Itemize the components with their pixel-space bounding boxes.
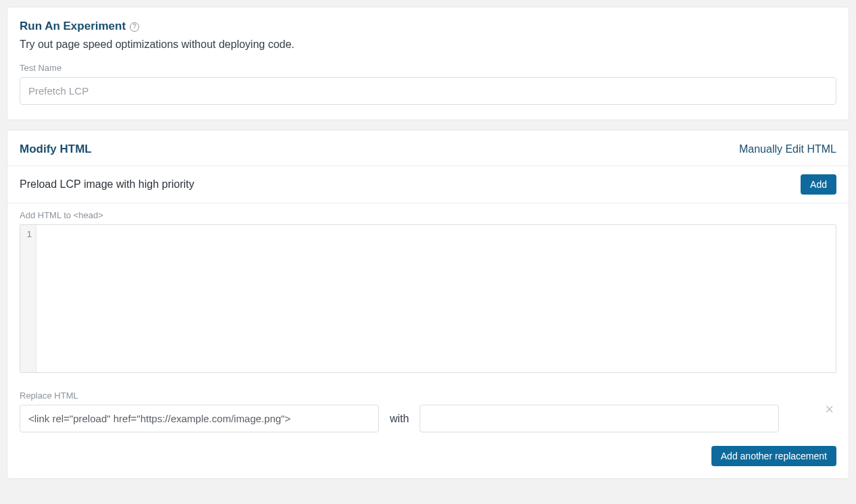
replace-html-label: Replace HTML: [20, 390, 836, 401]
replace-html-block: Replace HTML with ×: [20, 390, 836, 432]
test-name-input[interactable]: [20, 77, 836, 105]
help-icon[interactable]: ?: [130, 22, 139, 32]
experiment-subtitle: Try out page speed optimizations without…: [20, 39, 836, 51]
test-name-label: Test Name: [20, 63, 836, 73]
modify-title: Modify HTML: [20, 143, 92, 156]
add-html-label: Add HTML to <head>: [20, 210, 836, 220]
replace-target-input[interactable]: [420, 405, 779, 432]
modify-html-panel: Modify HTML Manually Edit HTML Preload L…: [7, 130, 849, 479]
experiment-title: Run An Experiment: [20, 20, 126, 33]
preload-label: Preload LCP image with high priority: [20, 178, 195, 191]
replace-source-input[interactable]: [20, 405, 379, 432]
editor-gutter: 1: [20, 225, 36, 372]
add-another-replacement-button[interactable]: Add another replacement: [711, 446, 836, 466]
experiment-panel: Run An Experiment ? Try out page speed o…: [7, 7, 849, 120]
with-label: with: [390, 413, 409, 425]
add-button[interactable]: Add: [801, 174, 836, 195]
html-head-editor[interactable]: 1: [20, 224, 836, 373]
close-icon[interactable]: ×: [822, 402, 836, 417]
editor-content[interactable]: [36, 225, 836, 372]
gutter-line-number: 1: [20, 228, 32, 241]
manually-edit-link[interactable]: Manually Edit HTML: [739, 143, 836, 155]
